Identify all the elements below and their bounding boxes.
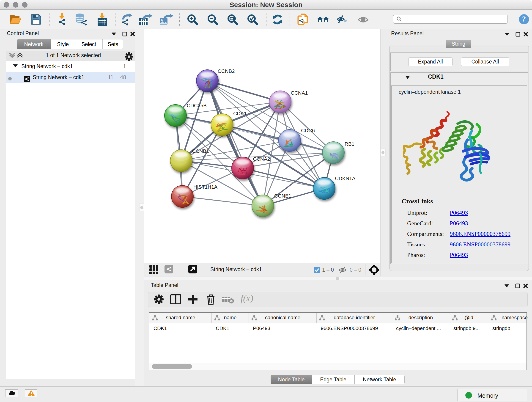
svg-text:CCNB2: CCNB2 bbox=[218, 68, 235, 74]
svg-text:HIST1H1A: HIST1H1A bbox=[193, 184, 217, 190]
svg-text:?: ? bbox=[522, 15, 526, 23]
svg-text:RB1: RB1 bbox=[345, 141, 355, 147]
svg-text:CDC25B: CDC25B bbox=[187, 103, 207, 108]
svg-text:CDC6: CDC6 bbox=[301, 128, 315, 133]
svg-text:CDK1: CDK1 bbox=[233, 111, 247, 116]
svg-text:CDKN1A: CDKN1A bbox=[335, 176, 355, 181]
svg-text:CCNA1: CCNA1 bbox=[291, 90, 308, 96]
svg-text:CCNE1: CCNE1 bbox=[274, 193, 291, 199]
svg-text:CCNA2: CCNA2 bbox=[253, 156, 270, 162]
svg-text:CCNB1: CCNB1 bbox=[192, 148, 209, 154]
